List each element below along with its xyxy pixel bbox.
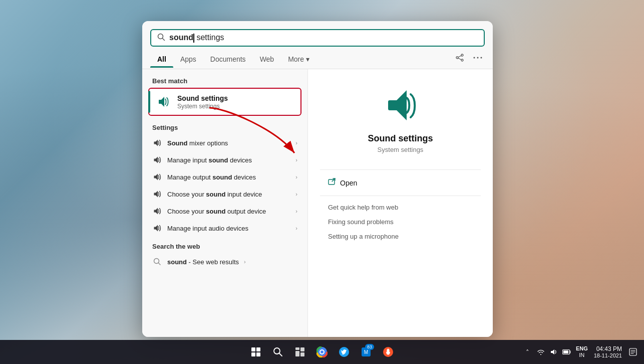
search-input-wrapper[interactable]: sound settings <box>150 29 485 47</box>
tab-apps[interactable]: Apps <box>173 52 203 67</box>
svg-line-6 <box>458 58 461 60</box>
svg-point-30 <box>320 350 324 353</box>
svg-point-3 <box>456 57 458 59</box>
web-search-text: sound - See web results <box>167 258 239 266</box>
svg-point-4 <box>461 59 463 61</box>
result-manage-audio[interactable]: Manage input audio devices › <box>142 220 307 237</box>
result-manage-input[interactable]: Manage input sound devices › <box>142 151 307 168</box>
taskbar-clock[interactable]: 04:43 PM 18-11-2021 <box>592 345 624 358</box>
notification-center[interactable] <box>628 347 638 357</box>
svg-point-19 <box>274 348 280 354</box>
svg-rect-17 <box>251 352 255 356</box>
battery-icon[interactable] <box>562 347 572 357</box>
svg-rect-23 <box>295 351 299 356</box>
svg-point-2 <box>461 54 463 56</box>
best-match-item[interactable]: Sound settings System settings <box>148 88 301 116</box>
best-match-title: Sound settings <box>177 94 294 102</box>
open-action[interactable]: Open <box>320 174 481 192</box>
result-text-mixer: Sound mixer options <box>167 139 290 147</box>
sound-icon-6 <box>152 223 162 233</box>
svg-rect-36 <box>563 350 568 353</box>
share-button[interactable] <box>453 51 467 65</box>
tray-chevron[interactable]: ˄ <box>523 347 533 357</box>
sound-icon-2 <box>152 155 162 165</box>
settings-section-label: Settings <box>142 122 307 134</box>
microphone-setup-link[interactable]: Setting up a microphone <box>320 229 481 244</box>
microphone-text: Setting up a microphone <box>328 233 399 240</box>
search-window: sound settings All Apps Documents Web Mo… <box>142 21 493 337</box>
sound-icon-3 <box>152 172 162 182</box>
svg-rect-22 <box>300 347 304 351</box>
tabs-right <box>453 51 485 69</box>
tab-web[interactable]: Web <box>253 52 281 67</box>
chevron-icon-5: › <box>295 208 297 214</box>
sound-icon-1 <box>152 138 162 148</box>
taskbar: M 83 ˄ <box>0 340 644 364</box>
fixing-sound-text: Fixing sound problems <box>328 218 394 226</box>
tabs-left: All Apps Documents Web More ▾ <box>150 52 316 67</box>
search-content: Best match Sound settings System setting… <box>142 69 493 337</box>
taskbar-twitter-button[interactable] <box>334 342 354 362</box>
search-bar-area: sound settings <box>142 21 493 47</box>
wifi-icon[interactable] <box>536 347 546 357</box>
result-choose-input[interactable]: Choose your sound input device › <box>142 186 307 203</box>
more-options-button[interactable] <box>471 51 485 65</box>
sound-icon-5 <box>152 206 162 216</box>
result-text-choose-input: Choose your sound input device <box>167 191 290 198</box>
result-sound-mixer[interactable]: Sound mixer options › <box>142 134 307 151</box>
taskbar-search-button[interactable] <box>268 342 288 362</box>
volume-icon[interactable] <box>549 347 559 357</box>
systray: ˄ <box>523 347 572 357</box>
chevron-icon-3: › <box>295 174 297 180</box>
taskbar-right: ˄ <box>523 345 638 358</box>
chevron-icon-1: › <box>295 140 297 146</box>
best-match-label: Best match <box>142 75 307 88</box>
tab-all[interactable]: All <box>150 52 173 67</box>
result-manage-output[interactable]: Manage output sound devices › <box>142 168 307 186</box>
tab-more[interactable]: More ▾ <box>281 52 316 67</box>
taskbar-chrome-button[interactable] <box>312 342 332 362</box>
svg-text:M: M <box>364 349 368 355</box>
web-search-item[interactable]: sound - See web results › <box>142 253 307 270</box>
svg-point-9 <box>481 57 482 59</box>
search-icon <box>157 33 165 43</box>
start-button[interactable] <box>246 342 266 362</box>
svg-point-10 <box>154 259 159 264</box>
settings-section: Settings Sound mixer options › <box>142 118 307 237</box>
divider-1 <box>320 169 481 170</box>
search-tabs: All Apps Documents Web More ▾ <box>142 47 493 69</box>
taskbar-center: M 83 <box>246 342 398 362</box>
svg-point-7 <box>474 57 475 59</box>
result-text-choose-output: Choose your sound output device <box>167 208 290 215</box>
open-label: Open <box>340 179 357 187</box>
search-web-label: Search the web <box>142 241 307 253</box>
chevron-icon-4: › <box>295 191 297 197</box>
left-panel: Best match Sound settings System setting… <box>142 69 307 337</box>
right-panel: Sound settings System settings Open Get … <box>307 69 493 337</box>
svg-rect-15 <box>251 347 255 351</box>
taskbar-brave-button[interactable] <box>378 342 398 362</box>
result-text-audio: Manage input audio devices <box>167 225 290 232</box>
svg-rect-21 <box>295 347 299 350</box>
taskbar-app-83[interactable]: M 83 <box>356 342 376 362</box>
search-input[interactable]: sound settings <box>169 33 224 43</box>
taskbar-widgets-button[interactable] <box>290 342 310 362</box>
result-text-input: Manage input sound devices <box>167 156 290 164</box>
best-match-text: Sound settings System settings <box>177 94 294 110</box>
svg-rect-16 <box>256 347 260 351</box>
quick-help-text: Get quick help from web <box>328 204 398 211</box>
tab-documents[interactable]: Documents <box>203 52 253 67</box>
quick-help-link[interactable]: Get quick help from web <box>320 200 481 215</box>
svg-line-20 <box>279 353 282 356</box>
svg-rect-18 <box>256 352 260 356</box>
fixing-sound-link[interactable]: Fixing sound problems <box>320 215 481 229</box>
web-search-icon <box>152 257 162 267</box>
badge-83: 83 <box>365 344 374 350</box>
language-indicator[interactable]: ENG IN <box>576 345 588 358</box>
result-choose-output[interactable]: Choose your sound output device › <box>142 203 307 220</box>
right-panel-subtitle: System settings <box>378 146 424 153</box>
sound-settings-icon <box>155 94 171 110</box>
right-panel-sound-icon <box>381 85 421 127</box>
sound-icon-4 <box>152 189 162 199</box>
svg-line-1 <box>163 39 165 41</box>
